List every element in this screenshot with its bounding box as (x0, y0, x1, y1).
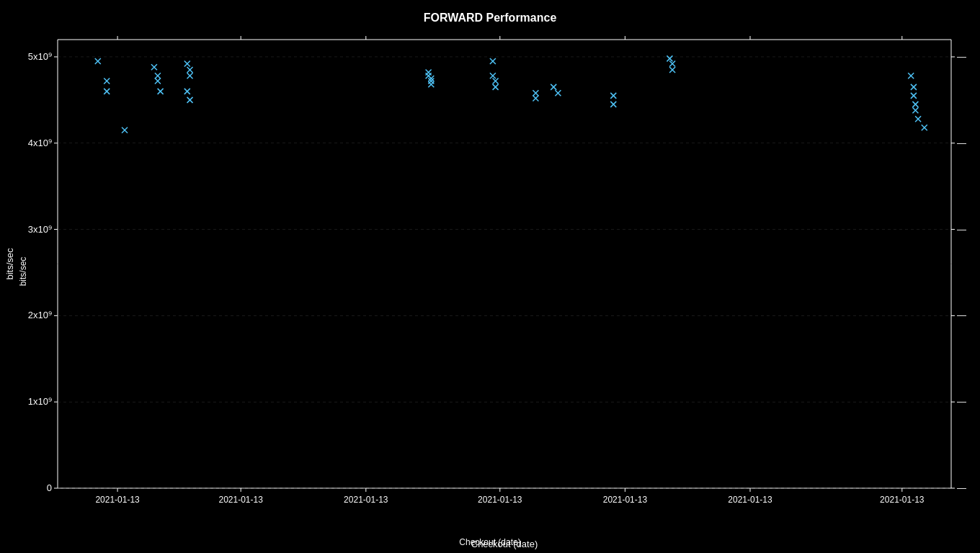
y-axis-label: bits/sec (18, 257, 28, 287)
chart-canvas (0, 0, 980, 553)
chart-title: FORWARD Performance (0, 12, 980, 24)
x-axis-label: Checkout (date) (0, 537, 980, 547)
chart-container: FORWARD Performance bits/sec Checkout (d… (0, 0, 980, 553)
